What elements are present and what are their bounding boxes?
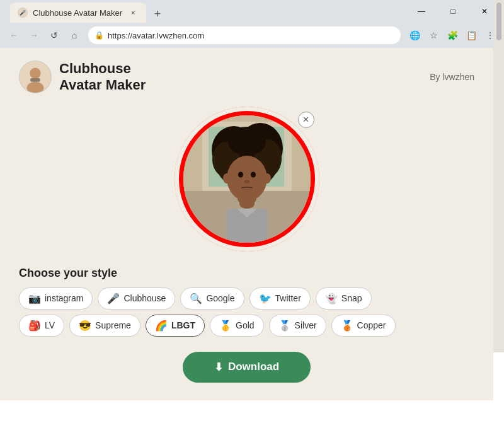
- lock-icon: 🔒: [94, 31, 104, 40]
- svg-point-25: [251, 171, 256, 177]
- forward-button[interactable]: →: [25, 26, 43, 44]
- extensions-button[interactable]: 🧩: [444, 26, 461, 44]
- google-label: Google: [206, 293, 234, 303]
- bookmark-button[interactable]: ☆: [425, 26, 442, 44]
- style-btn-supreme[interactable]: 😎 Supreme: [69, 315, 140, 337]
- toolbar-right: 🌐 ☆ 🧩 📋 ⋮: [406, 26, 499, 44]
- home-button[interactable]: ⌂: [66, 26, 83, 44]
- author-credit: By lvwzhen: [430, 72, 474, 82]
- active-tab[interactable]: 🎤 Clubhouse Avatar Maker ×: [10, 3, 146, 23]
- download-label: Download: [228, 361, 279, 373]
- back-button[interactable]: ←: [5, 26, 23, 44]
- site-header: Clubhouse Avatar Maker By lvwzhen: [19, 61, 474, 94]
- download-area: ⬇ Download: [19, 352, 474, 383]
- lv-label: LV: [45, 320, 55, 330]
- logo-area: Clubhouse Avatar Maker: [19, 61, 146, 94]
- avatar-close-button[interactable]: ✕: [298, 112, 314, 128]
- chrome-tabs: 🎤 Clubhouse Avatar Maker × +: [5, 0, 166, 23]
- style-btn-gold[interactable]: 🥇 Gold: [210, 315, 264, 337]
- silver-icon: 🥈: [278, 320, 291, 332]
- scrollbar-track[interactable]: [493, 0, 504, 352]
- page-content: Clubhouse Avatar Maker By lvwzhen: [0, 48, 493, 400]
- logo-avatar: [19, 61, 52, 93]
- tab-title: Clubhouse Avatar Maker: [33, 8, 122, 18]
- translate-button[interactable]: 🌐: [406, 26, 423, 44]
- style-btn-copper[interactable]: 🥉 Copper: [331, 315, 396, 337]
- site-title: Clubhouse Avatar Maker: [59, 61, 146, 94]
- svg-point-1: [30, 68, 40, 79]
- instagram-label: instagram: [45, 293, 83, 303]
- lbgt-label: LBGT: [171, 320, 195, 330]
- address-bar[interactable]: 🔒 https://avatar.lvwzhen.com: [88, 26, 401, 44]
- clubhouse-icon: 🎤: [107, 293, 120, 304]
- scrollbar-thumb[interactable]: [496, 3, 501, 40]
- tab-favicon: 🎤: [18, 8, 28, 18]
- logo-title-line1: Clubhouse: [59, 61, 146, 77]
- supreme-label: Supreme: [95, 320, 131, 330]
- svg-point-30: [223, 173, 231, 183]
- svg-point-28: [239, 199, 255, 209]
- chrome-titlebar: 🎤 Clubhouse Avatar Maker × + — □ ✕: [0, 0, 504, 23]
- snap-label: Snap: [341, 293, 362, 303]
- svg-rect-3: [30, 78, 40, 82]
- style-btn-instagram[interactable]: 📷 instagram: [19, 287, 93, 310]
- svg-point-31: [263, 173, 271, 183]
- snap-icon: 👻: [325, 293, 338, 304]
- twitter-label: Twitter: [275, 293, 301, 303]
- logo-title-line2: Avatar Maker: [59, 77, 146, 93]
- style-btn-clubhouse[interactable]: 🎤 Clubhouse: [98, 287, 175, 310]
- silver-label: Silver: [295, 320, 317, 330]
- page-inner: Clubhouse Avatar Maker By lvwzhen: [0, 48, 493, 395]
- svg-point-24: [238, 171, 243, 177]
- gold-icon: 🥇: [219, 320, 232, 332]
- maximize-button[interactable]: □: [438, 1, 467, 21]
- style-buttons-row2: 🎒 LV 😎 Supreme 🌈 LBGT 🥇 Gold: [19, 315, 474, 337]
- download-icon: ⬇: [214, 361, 223, 374]
- lbgt-icon: 🌈: [155, 320, 168, 332]
- new-tab-button[interactable]: +: [149, 5, 166, 23]
- copper-icon: 🥉: [341, 320, 353, 332]
- copper-label: Copper: [357, 320, 386, 330]
- clubhouse-label: Clubhouse: [123, 293, 166, 303]
- browser-content: Clubhouse Avatar Maker By lvwzhen: [0, 48, 504, 400]
- avatar-container: ✕: [19, 107, 474, 252]
- avatar-wrapper: ✕: [175, 107, 319, 252]
- instagram-icon: 📷: [28, 293, 41, 304]
- avatar-photo: [183, 115, 311, 243]
- style-btn-silver[interactable]: 🥈 Silver: [269, 315, 326, 337]
- twitter-icon: 🐦: [259, 293, 272, 304]
- style-btn-twitter[interactable]: 🐦 Twitter: [249, 287, 311, 310]
- refresh-button[interactable]: ↺: [45, 26, 63, 44]
- style-btn-google[interactable]: 🔍 Google: [180, 287, 244, 310]
- supreme-icon: 😎: [79, 320, 91, 332]
- tab-close-button[interactable]: ×: [127, 7, 139, 18]
- minimize-button[interactable]: —: [407, 1, 436, 21]
- lv-icon: 🎒: [28, 320, 41, 332]
- gold-label: Gold: [236, 320, 255, 330]
- style-section-title: Choose your style: [19, 267, 474, 280]
- style-btn-lbgt[interactable]: 🌈 LBGT: [146, 315, 205, 337]
- chrome-omnibox: ← → ↺ ⌂ 🔒 https://avatar.lvwzhen.com 🌐 ☆…: [0, 23, 504, 48]
- style-btn-lv[interactable]: 🎒 LV: [19, 315, 64, 337]
- svg-point-26: [244, 180, 250, 183]
- window-controls: — □ ✕: [407, 1, 499, 21]
- profile-button[interactable]: 📋: [462, 26, 480, 44]
- download-button[interactable]: ⬇ Download: [183, 352, 311, 383]
- google-icon: 🔍: [190, 293, 202, 304]
- style-btn-snap[interactable]: 👻 Snap: [316, 287, 372, 310]
- url-text: https://avatar.lvwzhen.com: [108, 31, 394, 40]
- svg-point-22: [228, 128, 266, 156]
- style-section: Choose your style 📷 instagram 🎤 Clubhous…: [19, 267, 474, 337]
- style-buttons-row1: 📷 instagram 🎤 Clubhouse 🔍 Google 🐦 Twitt…: [19, 287, 474, 310]
